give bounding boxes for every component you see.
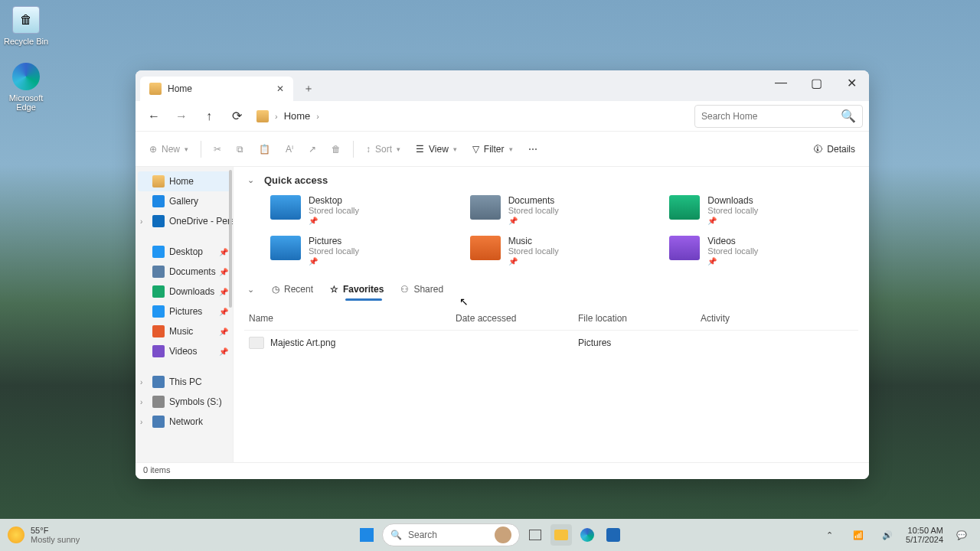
volume-icon[interactable]: 🔊 bbox=[877, 524, 898, 546]
tab-shared[interactable]: ⚇Shared bbox=[399, 281, 445, 298]
tab-title: Home bbox=[168, 83, 269, 94]
folder-pictures[interactable]: PicturesStored locally📌 bbox=[267, 233, 459, 269]
pin-icon[interactable]: 📌 bbox=[219, 268, 228, 276]
separator bbox=[353, 141, 354, 158]
weather-widget[interactable]: 55°F Mostly sunny bbox=[8, 526, 80, 544]
tab-recent[interactable]: ◷Recent bbox=[270, 281, 315, 298]
minimize-button[interactable]: — bbox=[763, 70, 799, 95]
chevron-right-icon[interactable]: › bbox=[315, 112, 321, 121]
col-location[interactable]: File location bbox=[578, 313, 701, 324]
pin-icon[interactable]: 📌 bbox=[219, 248, 228, 256]
col-activity[interactable]: Activity bbox=[701, 313, 854, 324]
folder-icon bbox=[554, 530, 568, 540]
sidebar-item-pictures[interactable]: Pictures📌 bbox=[136, 302, 233, 321]
notifications-button[interactable]: 💬 bbox=[951, 524, 972, 546]
chevron-down-icon[interactable]: ⌄ bbox=[244, 285, 256, 295]
task-view-button[interactable] bbox=[524, 524, 546, 546]
close-tab-icon[interactable]: ✕ bbox=[275, 83, 286, 94]
back-button[interactable]: ← bbox=[142, 104, 166, 129]
chevron-down-icon[interactable]: ⌄ bbox=[244, 175, 256, 185]
maximize-button[interactable]: ▢ bbox=[799, 70, 834, 95]
weather-temp: 55°F bbox=[31, 526, 80, 535]
share-button[interactable]: ↗ bbox=[302, 137, 322, 161]
close-window-button[interactable]: ✕ bbox=[834, 70, 869, 95]
forward-button[interactable]: → bbox=[169, 104, 194, 129]
paste-icon: 📋 bbox=[259, 144, 270, 155]
tray-overflow[interactable]: ⌃ bbox=[818, 524, 840, 546]
chevron-right-icon[interactable]: › bbox=[140, 418, 142, 426]
sidebar-item-onedrive[interactable]: ›OneDrive - Persc bbox=[136, 211, 233, 231]
folder-music[interactable]: MusicStored locally📌 bbox=[467, 233, 659, 269]
sidebar-item-drive[interactable]: ›Symbols (S:) bbox=[136, 392, 233, 412]
rename-button[interactable]: Aᴵ bbox=[279, 137, 299, 161]
scrollbar[interactable] bbox=[229, 170, 232, 308]
tab-favorites[interactable]: ☆Favorites bbox=[328, 281, 385, 298]
sidebar-item-thispc[interactable]: ›This PC bbox=[136, 372, 233, 392]
col-name[interactable]: Name bbox=[249, 313, 456, 324]
search-icon[interactable]: 🔍 bbox=[841, 109, 856, 123]
sidebar-item-videos[interactable]: Videos📌 bbox=[136, 341, 233, 361]
sidebar-item-documents[interactable]: Documents📌 bbox=[136, 262, 233, 282]
folder-downloads[interactable]: DownloadsStored locally📌 bbox=[666, 192, 858, 228]
taskbar-search[interactable]: 🔍Search bbox=[382, 523, 520, 546]
chevron-right-icon[interactable]: › bbox=[140, 398, 142, 406]
clock[interactable]: 10:50 AM 5/17/2024 bbox=[906, 526, 943, 544]
new-tab-button[interactable]: ＋ bbox=[298, 78, 319, 99]
more-button[interactable]: ⋯ bbox=[522, 137, 544, 161]
edge-shortcut[interactable]: Microsoft Edge bbox=[3, 63, 49, 112]
store-taskbar[interactable] bbox=[603, 524, 624, 546]
pin-icon: 📌 bbox=[309, 257, 359, 266]
file-explorer-taskbar[interactable] bbox=[550, 524, 572, 546]
sun-icon bbox=[8, 527, 24, 543]
view-button[interactable]: ☰View▾ bbox=[410, 137, 463, 161]
chevron-right-icon[interactable]: › bbox=[140, 217, 142, 226]
chevron-right-icon[interactable]: › bbox=[140, 378, 142, 386]
pin-icon[interactable]: 📌 bbox=[219, 328, 228, 336]
sidebar-item-network[interactable]: ›Network bbox=[136, 412, 233, 432]
home-icon bbox=[152, 175, 165, 187]
wifi-icon[interactable]: 📶 bbox=[848, 524, 869, 546]
copy-button[interactable]: ⧉ bbox=[230, 137, 250, 161]
folder-documents[interactable]: DocumentsStored locally📌 bbox=[467, 192, 659, 228]
refresh-button[interactable]: ⟳ bbox=[224, 104, 249, 129]
column-headers[interactable]: Name Date accessed File location Activit… bbox=[244, 302, 858, 331]
breadcrumb[interactable]: › Home › bbox=[256, 110, 691, 122]
window-tab[interactable]: Home ✕ bbox=[140, 77, 293, 101]
col-date[interactable]: Date accessed bbox=[456, 313, 578, 324]
sidebar: Home Gallery ›OneDrive - Persc Desktop📌 … bbox=[136, 167, 234, 462]
up-button[interactable]: ↑ bbox=[197, 104, 221, 129]
clock-date: 5/17/2024 bbox=[906, 535, 943, 544]
taskbar-center: 🔍Search bbox=[356, 523, 624, 546]
delete-button[interactable]: 🗑 bbox=[325, 137, 347, 161]
pin-icon[interactable]: 📌 bbox=[219, 347, 228, 356]
taskview-icon bbox=[529, 530, 541, 540]
filter-button[interactable]: ▽Filter▾ bbox=[466, 137, 519, 161]
new-button[interactable]: ⊕New▾ bbox=[143, 137, 194, 161]
search-box[interactable]: 🔍 bbox=[694, 105, 863, 128]
table-row[interactable]: Majestic Art.png Pictures bbox=[244, 331, 858, 355]
sidebar-item-desktop[interactable]: Desktop📌 bbox=[136, 242, 233, 262]
plus-circle-icon: ⊕ bbox=[149, 144, 157, 155]
sidebar-item-downloads[interactable]: Downloads📌 bbox=[136, 282, 233, 302]
details-button[interactable]: 🛈Details bbox=[807, 137, 861, 161]
cut-icon: ✂ bbox=[214, 144, 221, 155]
pin-icon[interactable]: 📌 bbox=[219, 288, 228, 296]
folder-icon bbox=[470, 195, 501, 220]
folder-desktop[interactable]: DesktopStored locally📌 bbox=[267, 192, 459, 228]
cut-button[interactable]: ✂ bbox=[207, 137, 227, 161]
start-button[interactable] bbox=[356, 524, 377, 546]
sidebar-item-gallery[interactable]: Gallery bbox=[136, 191, 233, 211]
sidebar-item-home[interactable]: Home bbox=[138, 171, 230, 191]
drive-icon bbox=[152, 396, 165, 408]
pin-icon[interactable]: 📌 bbox=[219, 308, 228, 316]
search-input[interactable] bbox=[701, 111, 841, 122]
sort-button[interactable]: ↕Sort▾ bbox=[360, 137, 407, 161]
recycle-bin[interactable]: 🗑 Recycle Bin bbox=[3, 6, 49, 46]
breadcrumb-current: Home bbox=[284, 110, 311, 122]
network-icon bbox=[152, 416, 165, 428]
edge-taskbar[interactable] bbox=[577, 524, 598, 546]
sidebar-item-music[interactable]: Music📌 bbox=[136, 321, 233, 341]
paste-button[interactable]: 📋 bbox=[253, 137, 276, 161]
folder-videos[interactable]: VideosStored locally📌 bbox=[666, 233, 858, 269]
chevron-right-icon[interactable]: › bbox=[273, 112, 279, 121]
